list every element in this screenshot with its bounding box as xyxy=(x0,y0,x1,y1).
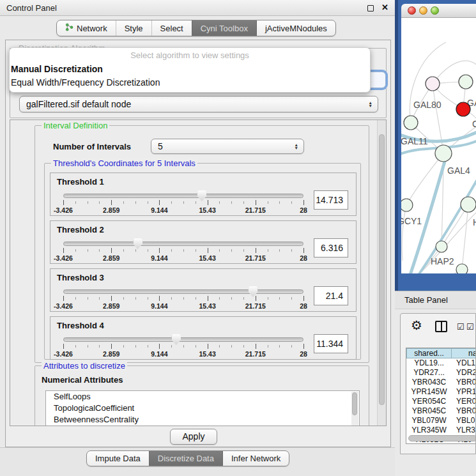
checkbox-icon[interactable]: ☑ xyxy=(466,322,474,332)
tick-mark xyxy=(75,297,76,300)
table-cell: YDL1 xyxy=(452,358,476,368)
network-window-titlebar[interactable] xyxy=(401,4,476,18)
attribute-list-item[interactable]: TopologicalCoefficient xyxy=(46,403,359,414)
table-panel-title: Table Panel xyxy=(404,291,448,309)
tab-jactivemnodules[interactable]: jActiveMNodules xyxy=(256,20,335,36)
tab-cyni-toolbox[interactable]: Cyni Toolbox xyxy=(192,20,256,36)
threshold-value-field[interactable]: 6.316 xyxy=(314,238,348,257)
network-canvas[interactable]: GAL80GACGAL11GAL4GCY1HHAP2 xyxy=(401,18,476,273)
combo-spinner-icon[interactable]: ▲▼ xyxy=(295,143,303,150)
column-header[interactable]: shared... xyxy=(406,348,452,358)
attribute-list-item[interactable]: BetweennessCentrality xyxy=(46,414,359,426)
threshold-value-field[interactable]: 11.344 xyxy=(314,334,348,353)
slider-track[interactable] xyxy=(63,289,303,294)
zoom-traffic-light[interactable] xyxy=(431,6,439,15)
minimize-traffic-light[interactable] xyxy=(419,6,427,15)
attributes-list-scrollbar[interactable] xyxy=(351,392,358,426)
tab-discretize-data[interactable]: Discretize Data xyxy=(149,451,222,466)
network-graph: GAL80GACGAL11GAL4GCY1HHAP2 xyxy=(401,18,476,273)
settings-scrollbar-thumb[interactable] xyxy=(379,134,385,405)
tab-style[interactable]: Style xyxy=(116,20,151,36)
table-cell: YBR0 xyxy=(452,406,476,416)
slider-track[interactable] xyxy=(63,242,303,246)
table-row[interactable]: YER054CYER0 xyxy=(406,397,476,406)
tick-mark xyxy=(291,201,292,204)
gear-icon[interactable]: ⚙ xyxy=(411,318,422,333)
network-edge[interactable] xyxy=(402,205,406,261)
interval-definition-title: Interval Definition xyxy=(42,121,109,130)
split-columns-icon[interactable] xyxy=(435,321,447,332)
network-node[interactable] xyxy=(435,145,452,162)
table-cell: YER054C xyxy=(406,397,452,406)
table-row[interactable]: YLR345WYLR3 xyxy=(406,426,476,435)
table-row[interactable]: YBL079WYBL0 xyxy=(406,416,476,426)
slider-track[interactable] xyxy=(63,194,303,198)
tick-mark xyxy=(303,200,304,205)
interval-definition-group: Interval Definition Number of Intervals … xyxy=(35,125,369,363)
numerical-attributes-list[interactable]: SelfLoopsTopologicalCoefficientBetweenne… xyxy=(45,390,360,426)
table-data-combo[interactable]: galFiltered.sif default node ▲▼ xyxy=(19,96,378,112)
network-node[interactable] xyxy=(436,241,447,252)
tick-mark xyxy=(196,297,196,300)
dropdown-option[interactable]: Equal Width/Frequency Discretization xyxy=(10,76,370,89)
scale-label: 15.43 xyxy=(199,206,215,214)
table-row[interactable]: YBR045CYBR0 xyxy=(406,406,476,416)
attributes-scrollbar-thumb[interactable] xyxy=(352,392,357,415)
threshold-value-field[interactable]: 21.4 xyxy=(314,286,348,305)
network-node[interactable] xyxy=(404,116,418,130)
tick-mark xyxy=(279,201,280,204)
network-node[interactable] xyxy=(456,264,468,273)
table-row[interactable]: YDL19...YDL1 xyxy=(406,358,476,368)
tab-label: jActiveMNodules xyxy=(265,24,327,33)
slider-track[interactable] xyxy=(63,337,303,342)
network-node[interactable] xyxy=(461,197,476,212)
panel-title: Control Panel xyxy=(6,0,57,16)
table-row[interactable]: YBR043CYBR0 xyxy=(406,378,476,387)
bottom-tab-bar: Impute DataDiscretize DataInfer Network xyxy=(86,450,289,466)
tab-network[interactable]: Network xyxy=(57,20,116,36)
network-edge[interactable] xyxy=(462,204,468,270)
attribute-list-item[interactable]: SelfLoops xyxy=(46,391,359,403)
tick-mark xyxy=(183,201,184,204)
tab-infer-network[interactable]: Infer Network xyxy=(222,451,289,466)
network-node[interactable] xyxy=(426,77,440,91)
combo-spinner-icon[interactable]: ▲▼ xyxy=(369,101,378,107)
dropdown-option[interactable]: Manual Discretization xyxy=(10,63,370,76)
tab-label: Network xyxy=(77,24,107,33)
column-header[interactable]: na xyxy=(452,348,476,358)
threshold-row: -3.4262.8599.14415.4321.715286.316 xyxy=(63,238,348,263)
tab-impute-data[interactable]: Impute Data xyxy=(87,451,149,466)
tab-select[interactable]: Select xyxy=(151,20,192,36)
network-node[interactable] xyxy=(401,199,413,211)
close-icon[interactable]: ✕ xyxy=(381,3,388,12)
settings-vertical-scrollbar[interactable] xyxy=(377,120,386,426)
table-horizontal-scrollbar[interactable] xyxy=(408,435,476,441)
scale-label: -3.426 xyxy=(54,206,73,214)
checkbox-icon[interactable]: ☑ xyxy=(457,322,464,332)
network-edge[interactable] xyxy=(406,153,443,205)
number-of-intervals-combo[interactable]: 5 ▲▼ xyxy=(151,139,304,154)
tick-mark xyxy=(268,249,268,252)
table-row[interactable]: YDR27...YDR2 xyxy=(406,368,476,378)
close-traffic-light[interactable] xyxy=(408,6,416,15)
attributes-group-title: Attributes to discretize xyxy=(42,361,127,371)
threshold-slider[interactable]: -3.4262.8599.14415.4321.71528 xyxy=(63,238,303,263)
tick-mark xyxy=(219,201,220,204)
table-row[interactable]: YPR145WYPR1 xyxy=(406,387,476,397)
network-node[interactable] xyxy=(456,102,470,116)
tick-mark xyxy=(171,297,172,300)
threshold-slider[interactable]: -3.4262.8599.14415.4321.71528 xyxy=(63,190,303,215)
tick-mark xyxy=(75,345,76,348)
network-node[interactable] xyxy=(459,75,473,89)
node-label: H xyxy=(473,217,476,227)
tick-mark xyxy=(256,248,256,253)
node-attribute-table[interactable]: shared...na YDL19...YDL1YDR27...YDR2YBR0… xyxy=(406,348,476,444)
threshold-slider[interactable]: -3.4262.8599.14415.4321.71528 xyxy=(63,286,303,311)
float-window-icon[interactable] xyxy=(367,5,374,12)
network-icon xyxy=(65,23,73,33)
table-cell: YDR27... xyxy=(406,368,452,378)
apply-button[interactable]: Apply xyxy=(170,429,217,445)
threshold-slider[interactable]: -3.4262.8599.14415.4321.71528 xyxy=(63,334,303,359)
slider-scale: -3.4262.8599.14415.4321.71528 xyxy=(63,254,303,262)
threshold-value-field[interactable]: 14.713 xyxy=(314,190,348,210)
